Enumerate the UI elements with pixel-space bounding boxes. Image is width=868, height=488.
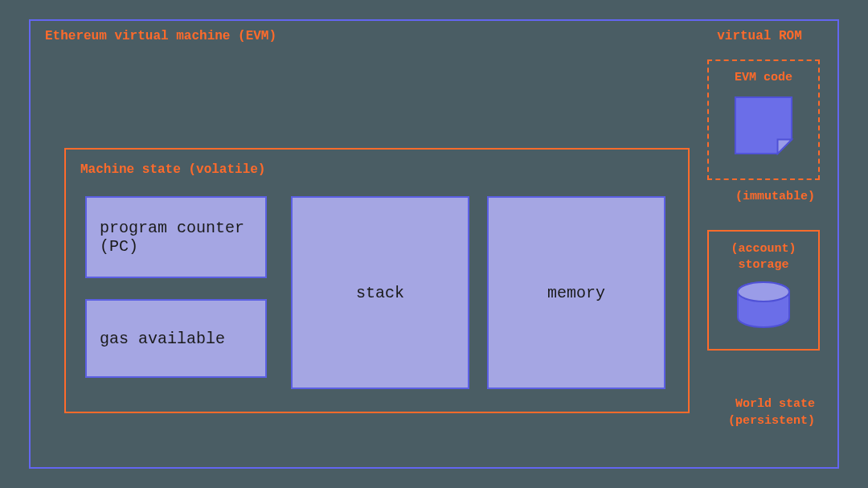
- stack-box: stack: [291, 196, 469, 389]
- rom-box: EVM code: [707, 59, 820, 180]
- svg-point-1: [738, 282, 789, 301]
- evm-outer-frame: Ethereum virtual machine (EVM) Machine s…: [29, 19, 839, 469]
- memory-box: memory: [487, 196, 665, 389]
- program-counter-label: program counter (PC): [100, 219, 252, 256]
- cylinder-icon: [735, 281, 792, 330]
- document-icon: [732, 94, 795, 157]
- world-state-line1: World state: [735, 397, 815, 411]
- world-state-line2: (persistent): [728, 414, 815, 428]
- gas-available-box: gas available: [85, 299, 267, 378]
- gas-available-label: gas available: [100, 330, 225, 348]
- stack-label: stack: [356, 284, 404, 302]
- world-state-label: World state (persistent): [728, 396, 815, 429]
- storage-box: (account) storage: [707, 230, 820, 351]
- virtual-rom-title: virtual ROM: [699, 29, 820, 43]
- evm-title: Ethereum virtual machine (EVM): [45, 29, 276, 43]
- machine-state-title: Machine state (volatile): [80, 162, 265, 177]
- memory-label: memory: [547, 284, 605, 302]
- evm-code-label: EVM code: [735, 71, 792, 84]
- storage-label: (account) storage: [719, 241, 809, 273]
- program-counter-box: program counter (PC): [85, 196, 267, 278]
- virtual-rom-section: virtual ROM: [699, 29, 820, 43]
- machine-state-frame: Machine state (volatile) program counter…: [64, 148, 690, 413]
- immutable-label: (immutable): [735, 190, 815, 203]
